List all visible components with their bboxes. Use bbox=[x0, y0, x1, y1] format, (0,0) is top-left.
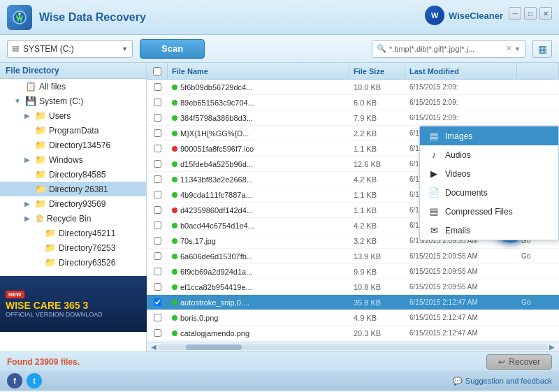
tree-toggle[interactable] bbox=[22, 184, 32, 194]
row-checkbox[interactable] bbox=[154, 237, 161, 245]
table-row[interactable]: catalogjamendo.png 20.3 KB 6/15/2015 2:1… bbox=[147, 326, 559, 341]
row-checkbox[interactable] bbox=[154, 268, 161, 275]
table-row[interactable]: 384f5798a386b8d3... 7.9 KB 6/15/2015 2:0… bbox=[147, 110, 559, 126]
status-dot bbox=[172, 177, 177, 182]
sidebar-item-dir63526[interactable]: 📁 Directory63526 bbox=[0, 255, 146, 270]
status-dot bbox=[172, 115, 177, 121]
col-header-filename[interactable]: File Name bbox=[168, 63, 349, 79]
feedback-icon: 💬 bbox=[453, 377, 463, 386]
dropdown-item-audios[interactable]: ♪ Audios bbox=[420, 145, 558, 164]
tree-toggle[interactable] bbox=[13, 82, 22, 92]
col-header-filesize[interactable]: File Size bbox=[349, 63, 405, 79]
tree-toggle[interactable] bbox=[22, 140, 32, 150]
row-checkbox[interactable] bbox=[154, 175, 161, 183]
tree-toggle[interactable]: ▶ bbox=[22, 199, 32, 209]
status-dot bbox=[172, 208, 177, 213]
search-clear-icon[interactable]: ✕ bbox=[506, 44, 512, 53]
table-row[interactable]: ef1cca82b954419e... 10.8 KB 6/15/2015 2:… bbox=[147, 280, 559, 295]
bottom-bar: f t 💬 Suggestion and feedback bbox=[0, 371, 559, 391]
row-checkbox[interactable] bbox=[154, 222, 161, 229]
search-input[interactable]: *.bmp|*.dib|*.gif|*.jpg|*.j... bbox=[389, 45, 506, 53]
sidebar-item-windows[interactable]: ▶ 📁 Windows bbox=[0, 152, 146, 167]
drive-selector[interactable]: ▤ SYSTEM (C:) ▼ bbox=[7, 40, 133, 58]
layout-button[interactable]: ▦ bbox=[532, 40, 552, 58]
row-checkbox[interactable] bbox=[154, 145, 161, 152]
sidebar-item-users[interactable]: ▶ 📁 Users bbox=[0, 108, 146, 123]
tree-toggle[interactable]: ▶ bbox=[22, 155, 32, 165]
row-checkbox[interactable] bbox=[154, 298, 161, 306]
sidebar-item-allfiles[interactable]: 📋 All files bbox=[0, 79, 146, 94]
scan-button[interactable]: Scan bbox=[140, 39, 205, 59]
table-row[interactable]: 5f6b09db56729dc4... 10.0 KB 6/15/2015 2:… bbox=[147, 80, 559, 95]
scroll-right-icon[interactable]: ▶ bbox=[548, 343, 556, 351]
status-dot bbox=[172, 238, 177, 244]
row-checkbox[interactable] bbox=[154, 314, 161, 321]
status-dot bbox=[172, 269, 177, 275]
sidebar-item-dir76253[interactable]: 📁 Directory76253 bbox=[0, 240, 146, 255]
row-checkbox[interactable] bbox=[154, 83, 161, 91]
col-header-lastmodified[interactable]: Last Modified bbox=[405, 63, 517, 79]
dropdown-item-videos[interactable]: ▶ Videos bbox=[420, 164, 558, 183]
status-bar: Found 23909 files. ↩ Recover bbox=[0, 351, 559, 371]
scrollbar-track[interactable] bbox=[158, 344, 548, 350]
dropdown-item-images[interactable]: ▤ Images bbox=[420, 126, 558, 145]
sidebar-item-dir93569[interactable]: ▶ 📁 Directory93569 bbox=[0, 196, 146, 211]
sidebar-item-system-c[interactable]: ▼ 💾 System (C:) bbox=[0, 94, 146, 108]
table-row[interactable]: boris,0.png 4.9 KB 6/15/2015 2:12:47 AM bbox=[147, 310, 559, 326]
tree-toggle[interactable] bbox=[22, 170, 32, 180]
minimize-button[interactable]: ─ bbox=[509, 7, 521, 20]
sidebar-item-dir26381[interactable]: 📁 Directory 26381 bbox=[0, 182, 146, 196]
dropdown-item-compressed[interactable]: ▤ Compressed Files bbox=[420, 202, 558, 221]
dropdown-item-documents[interactable]: 📄 Documents bbox=[420, 183, 558, 202]
col-header-check[interactable] bbox=[147, 63, 168, 79]
row-checkbox[interactable] bbox=[154, 252, 161, 260]
row-checkbox[interactable] bbox=[154, 99, 161, 106]
scroll-left-icon[interactable]: ◀ bbox=[150, 343, 158, 351]
row-checkbox[interactable] bbox=[154, 206, 161, 214]
promo-banner[interactable]: NEW WISE CARE 365 3 OFFICIAL VERSION DOW… bbox=[0, 276, 147, 332]
sidebar-item-dir134576[interactable]: 📁 Directory134576 bbox=[0, 138, 146, 152]
sidebar-item-programdata[interactable]: 📁 ProgramData bbox=[0, 123, 146, 138]
tree-toggle[interactable] bbox=[32, 243, 42, 253]
scrollbar-thumb[interactable] bbox=[186, 344, 242, 350]
row-checkbox[interactable] bbox=[154, 191, 161, 198]
feedback-button[interactable]: 💬 Suggestion and feedback bbox=[453, 377, 552, 386]
close-button[interactable]: ✕ bbox=[539, 7, 552, 20]
tree-toggle[interactable]: ▼ bbox=[13, 96, 22, 106]
tree-toggle[interactable] bbox=[32, 228, 42, 238]
row-checkbox[interactable] bbox=[154, 129, 161, 137]
search-icon: 🔍 bbox=[377, 44, 386, 53]
dropdown-item-label: Audios bbox=[445, 150, 471, 160]
table-row[interactable]: 6f9cb69a2d924d1a... 9.9 KB 6/15/2015 2:0… bbox=[147, 264, 559, 280]
tree-toggle[interactable]: ▶ bbox=[22, 111, 32, 121]
recover-button[interactable]: ↩ Recover bbox=[486, 354, 552, 370]
svg-point-1 bbox=[18, 13, 21, 15]
row-checkbox[interactable] bbox=[154, 114, 161, 122]
select-all-checkbox[interactable] bbox=[153, 67, 161, 75]
documents-icon: 📄 bbox=[428, 187, 440, 198]
tree-toggle[interactable]: ▶ bbox=[22, 214, 32, 224]
sidebar-item-label: Directory45211 bbox=[59, 228, 115, 238]
table-row-selected[interactable]: autostroke_snip,0.... 35.8 KB 6/15/2015 … bbox=[147, 295, 559, 310]
tree-toggle[interactable] bbox=[22, 126, 32, 136]
sidebar-item-dir45211[interactable]: 📁 Directory45211 bbox=[0, 226, 146, 240]
dropdown-item-label: Videos bbox=[445, 169, 470, 179]
row-checkbox[interactable] bbox=[154, 283, 161, 291]
row-checkbox[interactable] bbox=[154, 329, 161, 337]
table-row[interactable]: 89eb651563c9c704... 6.0 KB 6/15/2015 2:0… bbox=[147, 95, 559, 110]
search-dropdown-icon[interactable]: ▼ bbox=[514, 45, 521, 52]
sidebar-item-label: Directory63526 bbox=[59, 258, 115, 268]
facebook-button[interactable]: f bbox=[7, 373, 22, 389]
horizontal-scrollbar[interactable]: ◀ ▶ bbox=[147, 342, 559, 351]
tree-toggle[interactable] bbox=[32, 258, 42, 268]
sidebar-item-label: Recycle Bin bbox=[47, 214, 91, 224]
row-checkbox[interactable] bbox=[154, 160, 161, 168]
sidebar-item-recyclebin[interactable]: ▶ 🗑 Recycle Bin bbox=[0, 211, 146, 226]
maximize-button[interactable]: □ bbox=[524, 7, 537, 20]
sidebar-item-label: Directory 26381 bbox=[49, 184, 108, 194]
sidebar-item-dir84585[interactable]: 📁 Directory84585 bbox=[0, 167, 146, 182]
dropdown-item-emails[interactable]: ✉ Emails bbox=[420, 221, 558, 240]
promo-subtitle: OFFICIAL VERSION DOWNLOAD bbox=[6, 311, 141, 318]
app-title: Wise Data Recovery bbox=[39, 11, 146, 24]
twitter-button[interactable]: t bbox=[27, 373, 42, 389]
